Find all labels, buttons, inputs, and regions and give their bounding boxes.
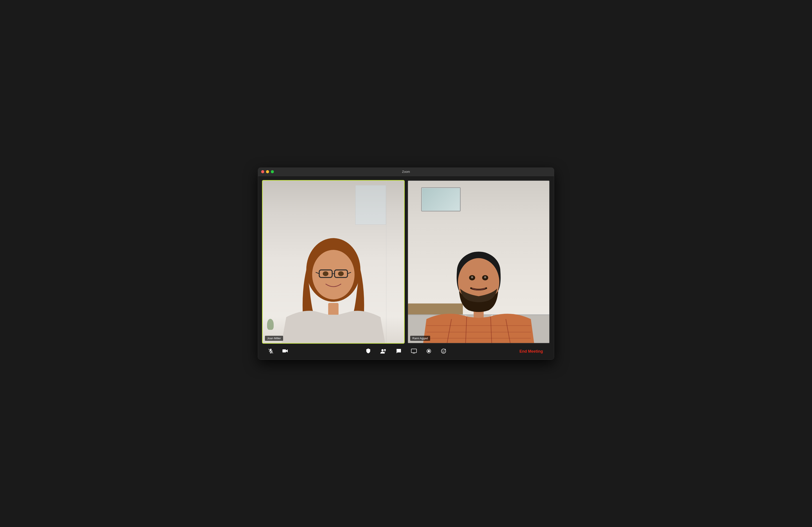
video-button[interactable] bbox=[280, 347, 290, 356]
svg-point-3 bbox=[312, 250, 354, 299]
camera-icon bbox=[282, 349, 288, 354]
window-controls bbox=[261, 170, 274, 173]
video-tile-rami-aggad[interactable]: Rami Aggad bbox=[407, 180, 550, 344]
chat-icon bbox=[396, 348, 401, 355]
toolbar: End Meeting bbox=[262, 344, 550, 359]
toolbar-wrapper: End Meeting bbox=[266, 344, 546, 359]
svg-point-31 bbox=[381, 349, 383, 351]
close-button[interactable] bbox=[261, 170, 264, 173]
svg-rect-30 bbox=[282, 350, 286, 353]
toolbar-left bbox=[266, 347, 290, 356]
svg-point-10 bbox=[338, 271, 344, 276]
microphone-icon bbox=[268, 348, 273, 355]
reactions-icon bbox=[441, 348, 446, 355]
reactions-button[interactable] bbox=[439, 347, 448, 356]
svg-point-32 bbox=[384, 349, 386, 351]
minimize-button[interactable] bbox=[266, 170, 269, 173]
svg-point-40 bbox=[444, 350, 445, 351]
svg-point-39 bbox=[443, 350, 443, 351]
participant-name-joan: Joan Miller bbox=[265, 336, 283, 341]
participants-button[interactable] bbox=[379, 347, 388, 356]
svg-point-18 bbox=[484, 276, 486, 278]
svg-point-37 bbox=[428, 350, 430, 352]
zoom-window: Zoom bbox=[258, 168, 554, 360]
participants-icon bbox=[380, 349, 387, 354]
record-button[interactable] bbox=[425, 347, 433, 356]
maximize-button[interactable] bbox=[271, 170, 274, 173]
record-icon bbox=[426, 349, 431, 354]
svg-point-17 bbox=[471, 276, 473, 278]
end-meeting-button[interactable]: End Meeting bbox=[517, 348, 546, 355]
mute-button[interactable] bbox=[266, 347, 275, 356]
participant-name-rami: Rami Aggad bbox=[410, 336, 430, 341]
content-area: Joan Miller bbox=[258, 176, 554, 359]
svg-rect-33 bbox=[411, 349, 417, 353]
chat-button[interactable] bbox=[394, 347, 403, 356]
screen-share-icon bbox=[411, 349, 417, 354]
window-title: Zoom bbox=[402, 170, 410, 173]
screen-share-button[interactable] bbox=[409, 347, 419, 356]
video-tile-joan-miller[interactable]: Joan Miller bbox=[262, 180, 405, 344]
svg-point-9 bbox=[323, 271, 329, 276]
toolbar-center bbox=[364, 347, 448, 356]
title-bar: Zoom bbox=[258, 168, 554, 176]
security-button[interactable] bbox=[364, 347, 373, 356]
video-grid: Joan Miller bbox=[262, 180, 550, 344]
shield-icon bbox=[366, 348, 371, 355]
